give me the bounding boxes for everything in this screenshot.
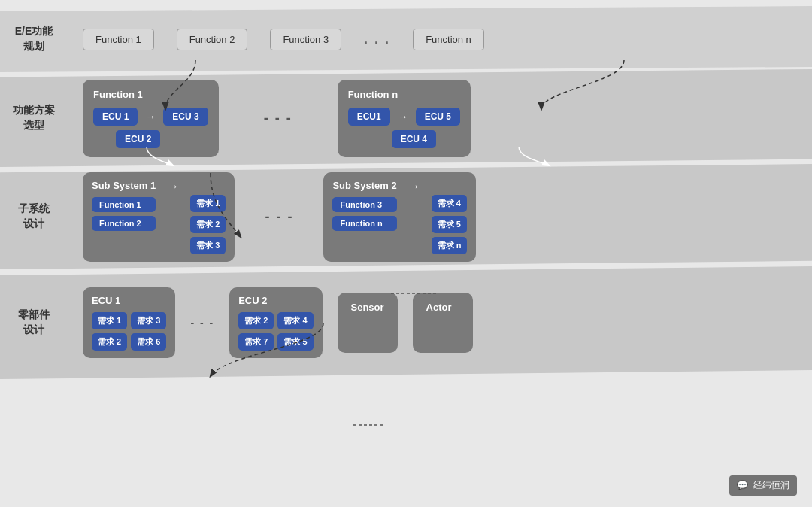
dots-2: - - - [264,111,292,126]
ecu2-container-title: ECU 2 [238,295,313,306]
arrow-n1: → [398,111,408,123]
subsys2-title: Sub System 2 [332,180,396,191]
subsys1-left: Sub System 1 Function 1 Function 2 [92,180,156,231]
ecu2-grid: 需求 2 需求 4 需求 7 需求 5 [238,312,313,351]
func-box-f2: Function 2 [177,29,248,50]
band-parts: 零部件设计 ECU 1 需求 1 需求 3 需求 2 需求 6 - - - EC… [0,266,812,379]
reqn: 需求 n [432,237,468,254]
actor-label: Actor [426,302,452,313]
wechat-label: 经纬恒润 [753,480,789,490]
ecu1n-box: ECU1 [348,108,390,126]
func-container-n: Function n ECU1 → ECU 5 ECU 4 [338,80,471,157]
funcn-title: Function n [348,89,460,100]
ecu2-req2: 需求 2 [238,312,274,329]
subsys1-func2: Function 2 [92,216,156,231]
func1-title: Function 1 [93,89,208,100]
subsys-2: Sub System 2 Function 3 Function n → 需求 … [323,172,476,262]
sensor-label: Sensor [351,302,384,313]
band-ee-planning: E/E功能规划 Function 1 Function 2 Function 3… [0,6,812,72]
wechat-badge: 💬 经纬恒润 [729,475,797,496]
req3: 需求 3 [190,237,226,254]
wechat-icon: 💬 [737,480,748,490]
req2: 需求 2 [190,216,226,233]
ecu-row-1: ECU 1 → ECU 3 [93,108,208,126]
subsys-1: Sub System 1 Function 1 Function 2 → 需求 … [83,172,235,262]
band-func-selection: 功能方案选型 Function 1 ECU 1 → ECU 3 ECU 2 - … [0,69,812,167]
subsys1-func1: Function 1 [92,197,156,212]
actor-box: Actor [413,293,473,353]
subsys2-reqs: 需求 4 需求 5 需求 n [432,195,468,254]
ecu4-box: ECU 4 [392,130,436,148]
ecun-row-1: ECU1 → ECU 5 [348,108,460,126]
band2-content: Function 1 ECU 1 → ECU 3 ECU 2 - - - Fun… [68,72,812,165]
dots-1: . . . [364,32,390,47]
subsys1-title: Sub System 1 [92,180,156,191]
band-subsys: 子系统设计 Sub System 1 Function 1 Function 2… [0,164,812,269]
ecu1-req1: 需求 1 [92,312,127,329]
sensor-box: Sensor [338,293,398,353]
subsys2-func1: Function 3 [332,197,396,212]
diagram-container: E/E功能规划 Function 1 Function 2 Function 3… [0,0,812,507]
ecu3-box: ECU 3 [163,108,208,126]
ecu2-req4: 需求 4 [277,312,313,329]
req5: 需求 5 [432,216,468,233]
band-label-2: 功能方案选型 [0,103,68,132]
band4-content: ECU 1 需求 1 需求 3 需求 2 需求 6 - - - ECU 2 需求… [68,280,812,366]
subsys1-reqs: 需求 1 需求 2 需求 3 [190,195,226,254]
func-box-f3: Function 3 [270,29,341,50]
func-box-fn: Function n [413,29,484,50]
ecu1-req2: 需求 2 [92,333,127,351]
subsys2-left: Sub System 2 Function 3 Function n [332,180,396,231]
ecu1-req3: 需求 3 [131,312,166,329]
ecu2-box: ECU 2 [116,130,160,148]
ecu2-req7: 需求 7 [238,333,274,351]
band1-content: Function 1 Function 2 Function 3 . . . F… [68,21,812,58]
band-label-4: 零部件设计 [0,308,68,337]
ecu5-box: ECU 5 [416,108,460,126]
req4: 需求 4 [432,195,468,212]
band-label-3: 子系统设计 [0,202,68,231]
dots-3: - - - [265,209,293,225]
band3-content: Sub System 1 Function 1 Function 2 → 需求 … [68,165,812,269]
ecu1-box: ECU 1 [93,108,138,126]
func-box-f1: Function 1 [83,29,154,50]
ecu2-container: ECU 2 需求 2 需求 4 需求 7 需求 5 [229,287,322,358]
func-container-1: Function 1 ECU 1 → ECU 3 ECU 2 [83,80,219,157]
req1: 需求 1 [190,195,226,212]
band-label-1: E/E功能规划 [0,24,68,53]
ecu2-req5: 需求 5 [277,333,313,351]
arrow-1: → [145,111,156,123]
ecu-row-2: ECU 2 [93,130,208,148]
ecun-row-2: ECU 4 [348,130,460,148]
dots-4: - - - [190,317,214,329]
ecu1-container-title: ECU 1 [92,295,166,306]
subsys2-func2: Function n [332,216,396,231]
ecu1-grid: 需求 1 需求 3 需求 2 需求 6 [92,312,166,351]
ecu1-req6: 需求 6 [131,333,166,351]
ecu1-container: ECU 1 需求 1 需求 3 需求 2 需求 6 [83,287,175,358]
